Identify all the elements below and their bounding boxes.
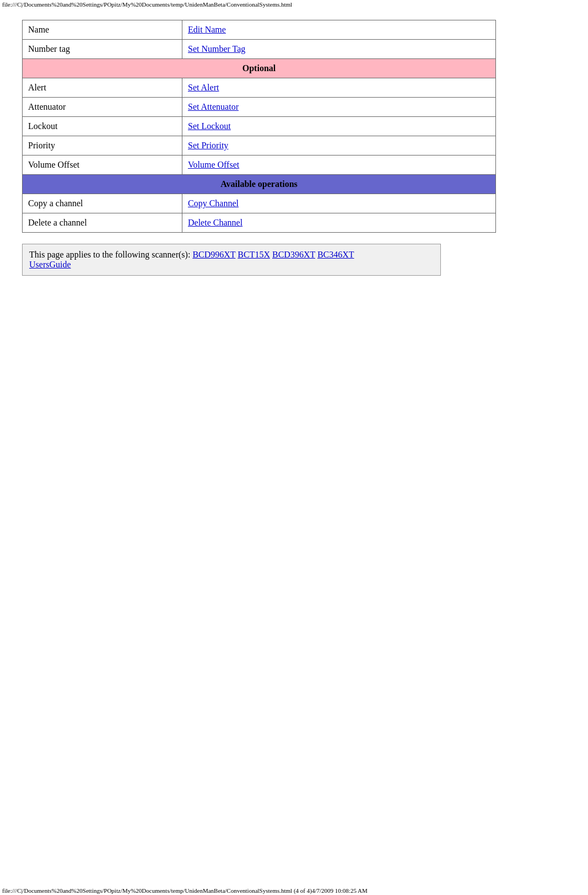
row-link[interactable]: Delete Channel (188, 218, 242, 227)
row-link[interactable]: Set Number Tag (188, 44, 245, 53)
row-label: Alert (23, 78, 182, 98)
row-label: Priority (23, 136, 182, 156)
scanner-links: BCD996XT BCT15X BCD396XT BC346XT (192, 250, 354, 259)
row-link-cell: Copy Channel (182, 194, 496, 213)
top-url-text: file:///C|/Documents%20and%20Settings/PO… (2, 1, 292, 8)
table-row: Attenuator Set Attenuator (23, 98, 496, 117)
optional-header-row: Optional (23, 59, 496, 78)
row-label: Copy a channel (23, 194, 182, 213)
row-link[interactable]: Volume Offset (188, 160, 239, 169)
row-link-cell: Set Lockout (182, 117, 496, 136)
operations-header-row: Available operations (23, 175, 496, 194)
row-link[interactable]: Set Lockout (188, 121, 231, 131)
properties-table: Name Edit Name Number tag Set Number Tag… (22, 20, 496, 233)
row-label: Lockout (23, 117, 182, 136)
row-link-cell: Set Priority (182, 136, 496, 156)
scanner-box-prefix: This page applies to the following scann… (29, 250, 190, 259)
users-guide-link[interactable]: UsersGuide (29, 260, 71, 269)
table-row: Alert Set Alert (23, 78, 496, 98)
row-link[interactable]: Set Attenuator (188, 102, 239, 111)
row-link[interactable]: Set Priority (188, 141, 228, 150)
row-link-cell: Volume Offset (182, 156, 496, 175)
table-row: Priority Set Priority (23, 136, 496, 156)
table-row: Name Edit Name (23, 20, 496, 40)
table-row: Delete a channel Delete Channel (23, 213, 496, 233)
scanner-link[interactable]: BCD996XT (192, 250, 235, 259)
row-label: Number tag (23, 40, 182, 59)
row-label: Volume Offset (23, 156, 182, 175)
optional-header: Optional (23, 59, 496, 78)
table-row: Number tag Set Number Tag (23, 40, 496, 59)
operations-header: Available operations (23, 175, 496, 194)
row-link-cell: Set Alert (182, 78, 496, 98)
row-link[interactable]: Copy Channel (188, 199, 239, 208)
row-label: Attenuator (23, 98, 182, 117)
scanner-info-box: This page applies to the following scann… (22, 244, 441, 276)
row-link-cell: Delete Channel (182, 213, 496, 233)
row-link[interactable]: Set Alert (188, 83, 219, 92)
row-label: Name (23, 20, 182, 40)
row-link-cell: Set Number Tag (182, 40, 496, 59)
scanner-link[interactable]: BCD396XT (272, 250, 315, 259)
top-url-bar: file:///C|/Documents%20and%20Settings/PO… (0, 0, 588, 9)
table-row: Volume Offset Volume Offset (23, 156, 496, 175)
row-label: Delete a channel (23, 213, 182, 233)
row-link-cell: Set Attenuator (182, 98, 496, 117)
table-row: Copy a channel Copy Channel (23, 194, 496, 213)
scanner-link[interactable]: BCT15X (238, 250, 270, 259)
row-link-cell: Edit Name (182, 20, 496, 40)
main-content: Name Edit Name Number tag Set Number Tag… (0, 9, 588, 287)
row-link[interactable]: Edit Name (188, 25, 226, 34)
table-row: Lockout Set Lockout (23, 117, 496, 136)
scanner-link[interactable]: BC346XT (317, 250, 354, 259)
